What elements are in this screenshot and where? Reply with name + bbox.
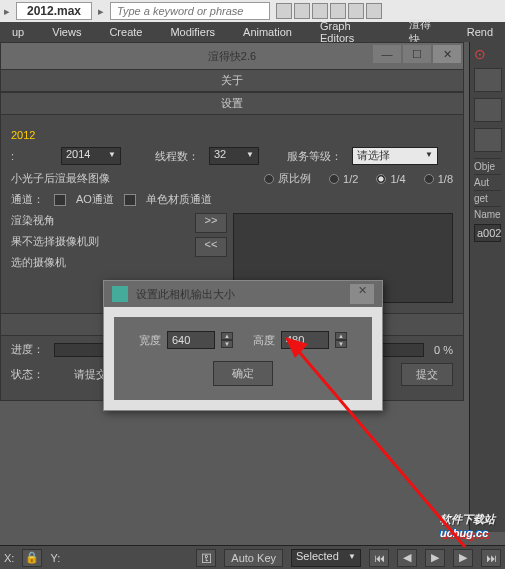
width-input[interactable]: [167, 331, 215, 349]
camera-size-dialog: 设置此相机输出大小 ✕ 宽度 ▲▼ 高度 ▲▼ 确定: [103, 280, 383, 411]
close-button[interactable]: ✕: [433, 45, 461, 63]
magnet-icon[interactable]: ⊙: [474, 46, 501, 62]
caret-icon: ▸: [4, 5, 10, 18]
selected-cam-label: 选的摄像机: [11, 255, 99, 270]
dialog-titlebar: 设置此相机输出大小 ✕: [104, 281, 382, 307]
x-coord-label: X:: [4, 552, 14, 564]
ratio-half-radio[interactable]: 1/2: [329, 171, 358, 186]
status-label: 状态：: [11, 367, 44, 382]
x-lock-icon[interactable]: 🔒: [22, 549, 42, 567]
panel-tool-2[interactable]: [474, 98, 502, 122]
play-icon[interactable]: ▶: [425, 549, 445, 567]
width-label: 宽度: [139, 333, 161, 348]
key-icon[interactable]: ⚿: [196, 549, 216, 567]
object-section: Obje: [474, 158, 501, 174]
ok-button[interactable]: 确定: [213, 361, 273, 386]
mono-channel-checkbox[interactable]: [124, 194, 136, 206]
maximize-button[interactable]: ☐: [403, 45, 431, 63]
play-next-icon[interactable]: ▶: [453, 549, 473, 567]
ratio-eighth-radio[interactable]: 1/8: [424, 171, 453, 186]
height-input[interactable]: [281, 331, 329, 349]
ao-channel-checkbox[interactable]: [54, 194, 66, 206]
view-angle-label: 渲染视角: [11, 213, 99, 228]
object-name-field[interactable]: a002: [474, 224, 501, 242]
height-spinner[interactable]: ▲▼: [335, 332, 347, 348]
name-section: Name: [474, 206, 501, 222]
ratio-quarter-radio[interactable]: 1/4: [376, 171, 405, 186]
watermark-top: 软件下载站: [440, 512, 495, 527]
progress-value: 0 %: [434, 344, 453, 356]
document-tab[interactable]: 2012.max: [16, 2, 92, 20]
year-label: 2012: [11, 129, 51, 141]
list-back-button[interactable]: <<: [195, 237, 227, 257]
main-area: 渲得快2.6 — ☐ ✕ 关于 设置 2012 : 2014 线程数： 32 服…: [0, 42, 505, 569]
menu-modifiers[interactable]: Modifiers: [160, 24, 225, 40]
watermark: 软件下载站 ucbug.cc: [440, 512, 495, 539]
app-icon: [112, 286, 128, 302]
caret-icon: ▸: [98, 5, 104, 18]
binoculars-icon[interactable]: [276, 3, 292, 19]
menu-group[interactable]: up: [2, 24, 34, 40]
autokey-button[interactable]: Auto Key: [224, 549, 283, 567]
menu-bar: up Views Create Modifiers Animation Grap…: [0, 22, 505, 42]
panel-tool-3[interactable]: [474, 128, 502, 152]
width-spinner[interactable]: ▲▼: [221, 332, 233, 348]
menu-rendering[interactable]: Rend: [457, 24, 503, 40]
panel-title: 渲得快2.6: [208, 49, 256, 64]
y-coord-label: Y:: [50, 552, 60, 564]
ratio-original-radio[interactable]: 原比例: [264, 171, 311, 186]
mono-channel-label: 单色材质通道: [146, 192, 212, 207]
play-start-icon[interactable]: ⏮: [369, 549, 389, 567]
dialog-title: 设置此相机输出大小: [136, 287, 235, 302]
no-select-cam-label: 果不选择摄像机则: [11, 234, 99, 249]
menu-views[interactable]: Views: [42, 24, 91, 40]
menu-animation[interactable]: Animation: [233, 24, 302, 40]
height-label: 高度: [253, 333, 275, 348]
selection-dropdown[interactable]: Selected: [291, 549, 361, 567]
watermark-main: ucbug.cc: [440, 527, 495, 539]
service-label: 服务等级：: [287, 149, 342, 164]
list-forward-button[interactable]: >>: [195, 213, 227, 233]
channel-label: 通道：: [11, 192, 44, 207]
status-bar: X: 🔒 Y: ⚿ Auto Key Selected ⏮ ◀ ▶ ▶ ⏭: [0, 545, 505, 569]
get-section: get: [474, 190, 501, 206]
ao-channel-label: AO通道: [76, 192, 114, 207]
panel-tool-1[interactable]: [474, 68, 502, 92]
info-icon[interactable]: [312, 3, 328, 19]
threads-dropdown[interactable]: 32: [209, 147, 259, 165]
tool-icon[interactable]: [294, 3, 310, 19]
command-panel: ⊙ Obje Aut get Name a002: [469, 42, 505, 532]
play-end-icon[interactable]: ⏭: [481, 549, 501, 567]
final-image-label: 小光子后渲最终图像: [11, 171, 110, 186]
colon-label: :: [11, 150, 51, 162]
service-dropdown[interactable]: 请选择: [352, 147, 438, 165]
submit-button[interactable]: 提交: [401, 363, 453, 386]
menu-create[interactable]: Create: [99, 24, 152, 40]
redo-icon[interactable]: [348, 3, 364, 19]
play-prev-icon[interactable]: ◀: [397, 549, 417, 567]
minimize-button[interactable]: —: [373, 45, 401, 63]
toolbar-icons: [276, 3, 382, 19]
auto-section: Aut: [474, 174, 501, 190]
progress-label: 进度：: [11, 342, 44, 357]
dialog-close-button[interactable]: ✕: [350, 284, 374, 304]
arrow-icon[interactable]: [366, 3, 382, 19]
version-dropdown[interactable]: 2014: [61, 147, 121, 165]
settings-header[interactable]: 设置: [1, 92, 463, 115]
panel-titlebar: 渲得快2.6 — ☐ ✕: [1, 43, 463, 69]
search-input[interactable]: [110, 2, 270, 20]
about-header[interactable]: 关于: [1, 69, 463, 92]
help-icon[interactable]: [330, 3, 346, 19]
threads-label: 线程数：: [155, 149, 199, 164]
